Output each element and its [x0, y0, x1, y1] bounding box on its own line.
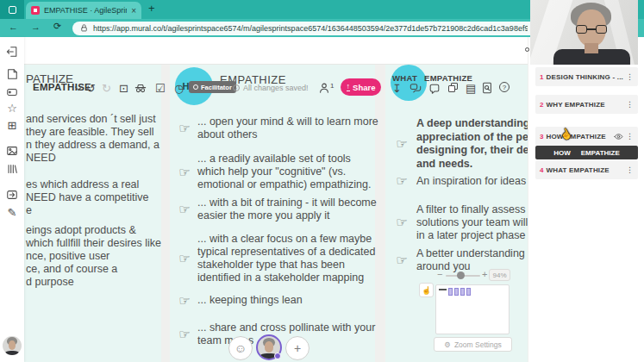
padlock-icon — [79, 23, 89, 33]
reaction-emoji-button[interactable]: ☺ — [228, 336, 253, 360]
pointing-hand-icon: ☞ — [387, 215, 416, 230]
back-icon[interactable]: ← — [9, 22, 18, 32]
mural-title[interactable]: EMPATHISE — [33, 82, 91, 92]
autosave-status: ✓ All changes saved! — [233, 84, 309, 92]
canvas-text-block[interactable]: and services don ´t sell just they are f… — [26, 113, 161, 165]
screen: EMPATHISE · AgileSprintSpace × + ← → ⟳ h… — [0, 0, 644, 362]
canvas-bullet-item[interactable]: ☞ ... open your mind & will to learn mor… — [172, 115, 373, 141]
browser-workspaces-button[interactable] — [0, 0, 24, 19]
outline-item-1[interactable]: 1 DESIGN THINKING - ... ⋮ — [535, 67, 638, 86]
minimap-frame — [466, 288, 471, 296]
import-tool-icon[interactable] — [6, 189, 18, 201]
frame-how-empathize[interactable]: HOW EMPATHIZE ☞ ... open your mind & wil… — [170, 65, 375, 362]
zoom-out-icon[interactable]: − — [437, 269, 442, 279]
forward-icon[interactable]: → — [31, 22, 41, 32]
sticky-note-tool-icon[interactable] — [6, 68, 18, 80]
kebab-menu-icon[interactable]: ⋮ — [626, 132, 634, 140]
canvas-bullet-item[interactable]: ☞ ... a readily available set of tools w… — [172, 153, 373, 191]
minimap[interactable] — [435, 284, 510, 334]
outline-panel: 1 DESIGN THINKING - ... ⋮ 2 WHY EMPATHIZ… — [528, 37, 644, 362]
pointing-hand-icon: ☞ — [172, 327, 197, 342]
icons-tool-icon[interactable]: ☆ — [0, 103, 24, 114]
tab-title: EMPATHISE · AgileSprintSpace — [44, 6, 127, 15]
tab-close-icon[interactable]: × — [131, 6, 136, 16]
canvas-bullet-item[interactable]: ☞ ... keeping things lean — [172, 294, 373, 307]
check-circle-icon: ✓ — [233, 84, 240, 91]
outline-item-3[interactable]: 3 HOW EMPATHIZE ⋮ — [535, 127, 638, 146]
mural-favicon-icon — [31, 6, 40, 15]
webcam-anchor-dot-icon — [525, 47, 529, 52]
text-tool-icon[interactable] — [6, 86, 18, 98]
pan-hand-button[interactable]: ☝ — [419, 283, 434, 297]
pointing-hand-icon: ☞ — [172, 251, 197, 266]
kebab-menu-icon[interactable]: ⋮ — [626, 72, 634, 81]
facilitator-label: Facilitator — [201, 84, 232, 91]
zoom-settings-button[interactable]: ⚙ Zoom Settings — [434, 337, 512, 352]
export-download-icon[interactable]: ↧ — [392, 83, 402, 94]
zoom-handle[interactable] — [457, 272, 465, 279]
collaborator-count: 1 — [330, 82, 334, 90]
minimap-view-indicator — [439, 289, 447, 290]
chat-icon[interactable] — [410, 83, 422, 95]
canvas-bullet-item[interactable]: ☞ ... with a bit of training - it will b… — [172, 197, 373, 222]
address-bar[interactable]: https://app.mural.co/t/agilesprintspace6… — [72, 22, 548, 35]
activity-history-icon[interactable] — [448, 83, 459, 93]
browser-tab[interactable]: EMPATHISE · AgileSprintSpace × — [26, 2, 141, 19]
kebab-menu-icon[interactable]: ⋮ — [626, 165, 634, 174]
outline-list-icon[interactable]: ▤ — [466, 83, 476, 94]
zoom-percent-badge[interactable]: 94% — [489, 269, 510, 281]
pointing-hand-icon: ☞ — [387, 136, 416, 152]
pointing-hand-icon: ☞ — [172, 202, 197, 217]
timer-icon[interactable]: ◷ — [174, 83, 184, 94]
pointing-hand-icon: ☞ — [387, 253, 416, 268]
content-library-icon[interactable] — [6, 163, 18, 175]
collaborators-icon[interactable] — [318, 82, 330, 94]
user-avatar[interactable] — [3, 336, 22, 355]
glasses-icon — [596, 25, 607, 34]
glasses-icon — [576, 25, 587, 34]
frameworks-tool-icon[interactable]: ⊞ — [0, 120, 24, 131]
tool-sidebar: ☆ ⊞ ✎ — [0, 37, 24, 362]
share-button[interactable]: ↑ Share — [341, 78, 381, 96]
canvas-text-block[interactable]: eings adopt products & which fullfill th… — [26, 224, 161, 289]
private-mode-icon[interactable] — [134, 83, 147, 94]
pointing-hand-icon: ☞ — [172, 293, 197, 309]
gear-icon: ⚙ — [444, 340, 451, 349]
minimap-frame — [448, 288, 453, 296]
pointing-hand-icon: ☞ — [172, 121, 197, 136]
zoom-in-icon[interactable]: + — [482, 269, 487, 279]
add-reaction-button[interactable]: + — [285, 336, 309, 360]
workspaces-icon — [9, 6, 16, 14]
exit-mural-icon[interactable] — [6, 46, 18, 58]
redo-icon: ↻ — [102, 83, 111, 94]
voting-icon[interactable]: ☑ — [155, 83, 166, 94]
url-text: https://app.mural.co/t/agilesprintspace6… — [93, 24, 528, 33]
share-label: Share — [353, 83, 375, 92]
webcam-video[interactable] — [530, 0, 638, 65]
comments-icon[interactable] — [428, 83, 441, 95]
canvas-text-block[interactable]: es which address a real NEED have a comp… — [26, 178, 161, 217]
image-tool-icon[interactable] — [6, 145, 18, 157]
kebab-menu-icon[interactable]: ⋮ — [626, 100, 634, 109]
minimap-frame — [454, 288, 459, 296]
undo-icon[interactable]: ↺ — [86, 83, 96, 94]
zoom-slider[interactable]: − + 94% — [435, 269, 511, 281]
smiley-icon: ☺ — [234, 341, 247, 355]
outline-item-4[interactable]: 4 WHAT EMPATHIZE ⋮ — [535, 160, 638, 179]
outline-tooltip: HOW EMPATHIZE — [535, 146, 638, 159]
frame-why-empathize[interactable]: PATHIZE and services don ´t sell just th… — [24, 65, 161, 362]
outline-item-2[interactable]: 2 WHY EMPATHIZE ⋮ — [535, 95, 638, 114]
minimap-frame — [460, 288, 465, 296]
refresh-icon[interactable]: ⟳ — [53, 21, 61, 32]
draw-tool-icon[interactable]: ✎ — [0, 207, 24, 218]
share-arrow-icon: ↑ — [347, 83, 351, 91]
help-button[interactable]: ? — [499, 82, 510, 92]
new-tab-button[interactable]: + — [148, 2, 155, 15]
eye-icon[interactable] — [614, 132, 623, 141]
find-content-icon[interactable] — [481, 82, 493, 94]
sticky-note-mode-icon[interactable]: ⊡ — [119, 83, 128, 94]
pointing-hand-icon: ☞ — [172, 165, 197, 180]
facilitator-badge[interactable]: Facilitator — [189, 81, 236, 93]
canvas-bullet-item[interactable]: ☞ ... with a clear focus on a few maybe … — [172, 233, 373, 284]
plus-icon: + — [294, 341, 301, 355]
